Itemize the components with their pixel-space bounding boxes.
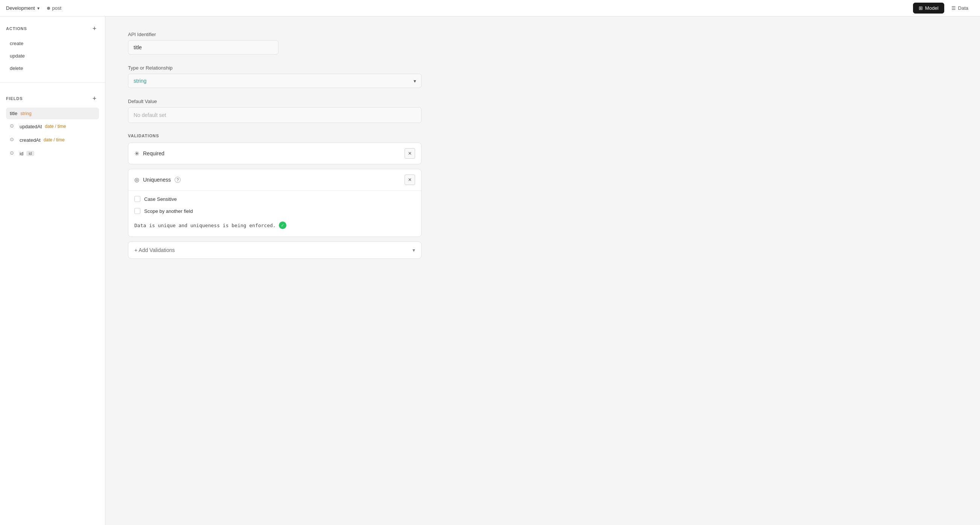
field-item-title[interactable]: title string	[6, 108, 99, 119]
fields-title: FIELDS	[6, 96, 22, 101]
validation-required-title-row: ✳ Required	[134, 150, 164, 157]
scope-by-field-row: Scope by another field	[134, 205, 415, 217]
clock-icon-updatedAt: ⊙	[10, 123, 17, 130]
field-type-createdAt: date / time	[44, 137, 65, 143]
scope-by-field-label: Scope by another field	[144, 208, 192, 214]
view-tabs: ⊞ Model ☰ Data	[913, 3, 974, 14]
sidebar-divider	[0, 82, 105, 83]
uniqueness-help-icon[interactable]: ?	[175, 177, 181, 183]
validation-uniqueness-label: Uniqueness	[143, 177, 171, 183]
main-content: API Identifier Type or Relationship stri…	[105, 17, 980, 525]
field-item-id[interactable]: ⊙ id id	[6, 147, 99, 160]
model-name-label: post	[47, 5, 62, 11]
validation-required-close-button[interactable]: ✕	[404, 148, 415, 159]
clock-icon-createdAt: ⊙	[10, 136, 17, 143]
api-identifier-input[interactable]	[128, 40, 278, 54]
type-relationship-label: Type or Relationship	[128, 65, 422, 71]
field-item-createdAt[interactable]: ⊙ createdAt date / time	[6, 133, 99, 146]
uniqueness-status-text: Data is unique and uniqueness is being e…	[134, 223, 276, 228]
field-name-createdAt: createdAt	[19, 137, 41, 143]
scope-by-field-checkbox[interactable]	[134, 208, 140, 214]
case-sensitive-checkbox[interactable]	[134, 196, 140, 202]
field-type-id: id	[26, 151, 34, 156]
type-relationship-select[interactable]: string number boolean date	[128, 74, 422, 88]
id-icon: ⊙	[10, 150, 17, 157]
post-dot	[47, 7, 50, 10]
validation-required-header: ✳ Required ✕	[128, 143, 421, 164]
tab-model[interactable]: ⊞ Model	[913, 3, 944, 14]
add-validations-left: + Add Validations	[134, 247, 175, 253]
post-name: post	[52, 5, 62, 11]
environment-selector[interactable]: Development ▾	[6, 5, 40, 11]
case-sensitive-row: Case Sensitive	[134, 193, 415, 205]
uniqueness-status-check-icon: ✓	[279, 222, 286, 229]
case-sensitive-label: Case Sensitive	[144, 196, 177, 202]
actions-title: ACTIONS	[6, 26, 27, 31]
actions-section: ACTIONS + create update delete	[0, 17, 105, 79]
chevron-down-icon: ▾	[37, 6, 40, 11]
fingerprint-icon: ◎	[134, 176, 139, 183]
add-validations-label: + Add Validations	[134, 247, 175, 253]
type-relationship-group: Type or Relationship string number boole…	[128, 65, 422, 88]
field-name-updatedAt: updatedAt	[19, 124, 42, 129]
type-select-wrapper: string number boolean date	[128, 74, 422, 88]
validations-title: VALIDATIONS	[128, 133, 422, 138]
uniqueness-status-row: Data is unique and uniqueness is being e…	[134, 217, 415, 230]
add-field-button[interactable]: +	[90, 94, 99, 103]
validation-uniqueness-header: ◎ Uniqueness ? ✕	[128, 169, 421, 190]
validation-uniqueness-body: Case Sensitive Scope by another field Da…	[128, 190, 421, 236]
env-label: Development	[6, 5, 35, 11]
field-item-updatedAt[interactable]: ⊙ updatedAt date / time	[6, 120, 99, 133]
asterisk-icon: ✳	[134, 150, 139, 157]
model-tab-icon: ⊞	[919, 5, 923, 11]
sidebar-item-delete[interactable]: delete	[6, 62, 99, 74]
api-identifier-group: API Identifier	[128, 32, 422, 54]
default-value-label: Default Value	[128, 98, 422, 104]
validation-uniqueness-title-row: ◎ Uniqueness ?	[134, 176, 181, 183]
default-value-group: Default Value No default set	[128, 98, 422, 123]
actions-header: ACTIONS +	[6, 24, 99, 33]
sidebar: ACTIONS + create update delete FIELDS + …	[0, 17, 105, 525]
field-type-updatedAt: date / time	[45, 124, 66, 129]
fields-header: FIELDS +	[6, 94, 99, 103]
validation-uniqueness-card: ◎ Uniqueness ? ✕ Case Sensitive	[128, 169, 422, 237]
validation-required-label: Required	[143, 151, 164, 157]
model-tab-label: Model	[925, 5, 938, 11]
add-validations-chevron-icon: ▾	[412, 247, 415, 253]
default-value-placeholder[interactable]: No default set	[128, 107, 422, 123]
field-type-title: string	[20, 111, 31, 116]
validations-group: VALIDATIONS ✳ Required ✕ ◎	[128, 133, 422, 259]
field-name-title: title	[10, 111, 18, 116]
data-tab-icon: ☰	[951, 5, 956, 11]
add-action-button[interactable]: +	[90, 24, 99, 33]
field-form: API Identifier Type or Relationship stri…	[128, 32, 422, 259]
validation-required-card: ✳ Required ✕	[128, 143, 422, 164]
add-validations-card[interactable]: + Add Validations ▾	[128, 241, 422, 259]
top-navigation: Development ▾ post ⊞ Model ☰ Data	[0, 0, 980, 17]
sidebar-item-update[interactable]: update	[6, 50, 99, 62]
fields-section: FIELDS + title string ⊙ updatedAt date /…	[0, 87, 105, 164]
tab-data[interactable]: ☰ Data	[946, 3, 974, 14]
validation-uniqueness-close-button[interactable]: ✕	[404, 174, 415, 185]
main-layout: ACTIONS + create update delete FIELDS + …	[0, 17, 980, 525]
data-tab-label: Data	[958, 5, 968, 11]
sidebar-item-create[interactable]: create	[6, 38, 99, 49]
field-name-id: id	[19, 151, 23, 157]
api-identifier-label: API Identifier	[128, 32, 422, 37]
